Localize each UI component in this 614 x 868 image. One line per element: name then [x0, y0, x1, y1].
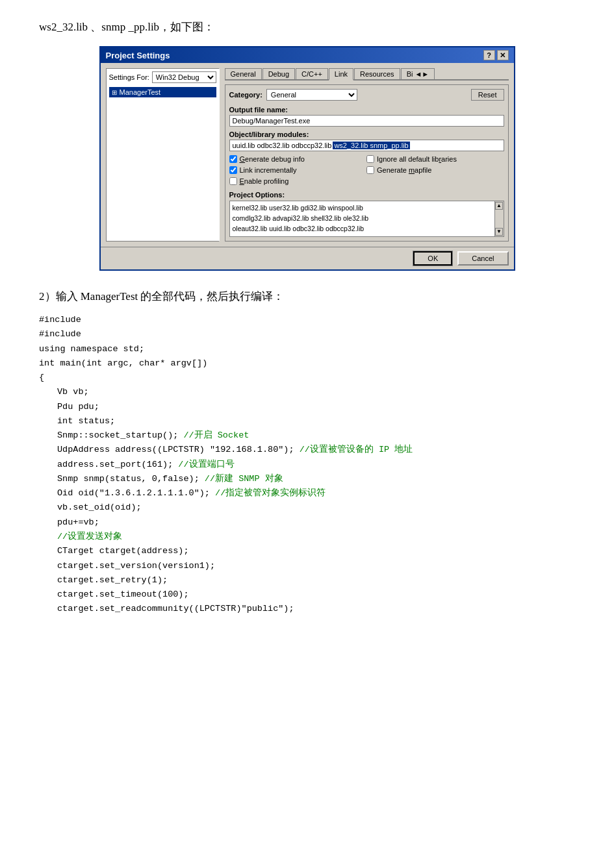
project-options-box[interactable]: kernel32.lib user32.lib gdi32.lib winspo… — [229, 201, 504, 237]
close-button[interactable]: ✕ — [497, 50, 509, 60]
tab-resources[interactable]: Resources — [354, 68, 400, 79]
project-options-line2: comdlg32.lib advapi32.lib shell32.lib ol… — [233, 214, 501, 224]
checkbox-generate-debug-input[interactable] — [229, 155, 237, 163]
options-scrollbar[interactable]: ▲ ▼ — [494, 201, 504, 236]
output-file-value: Debug/ManagerTest.exe — [229, 115, 504, 127]
code-line-2: #include — [39, 329, 81, 339]
object-library-label: Object/library modules: — [229, 130, 504, 138]
expand-icon: ⊞ — [112, 89, 117, 96]
comment-12: //新建 SNMP 对象 — [205, 474, 283, 484]
code-line-13: Oid oid("1.3.6.1.2.1.1.1.0"); //指定被管对象实例… — [39, 486, 575, 501]
settings-for-label: Settings For: — [109, 73, 149, 81]
code-line-4: int main(int argc, char* argv[]) — [39, 358, 207, 368]
checkbox-link-incrementally-input[interactable] — [229, 166, 237, 174]
code-line-10: UdpAddress address((LPCTSTR) "192.168.1.… — [39, 443, 575, 457]
code-line-6: Vb vb; — [39, 385, 575, 399]
settings-for-row: Settings For: Win32 Debug — [109, 71, 216, 83]
dialog-right-panel: General Debug C/C++ Link Resources Bi ◄►… — [225, 68, 509, 242]
checkbox-enable-profiling: Enable profiling — [229, 177, 367, 185]
project-options-line3: oleaut32.lib uuid.lib odbc32.lib odbccp3… — [233, 224, 501, 234]
reset-button[interactable]: Reset — [471, 89, 504, 101]
scroll-up-arrow[interactable]: ▲ — [495, 202, 503, 210]
tab-bi[interactable]: Bi ◄► — [401, 68, 435, 79]
code-line-5: { — [39, 373, 44, 382]
code-line-8: int status; — [39, 414, 575, 428]
modules-highlight: ws2_32.lib snmp_pp.lib — [333, 142, 409, 149]
code-line-17: CTarget ctarget(address); — [39, 544, 575, 558]
checkbox-generate-mapfile-label: Generate mapfile — [377, 166, 431, 174]
code-line-1: #include — [39, 315, 81, 325]
modules-row[interactable]: uuid.lib odbc32.lib odbccp32.lib ws2_32.… — [229, 140, 504, 151]
code-line-18: ctarget.set_version(version1); — [39, 559, 575, 573]
dialog-body: Settings For: Win32 Debug ⊞ ManagerTest … — [101, 63, 514, 247]
code-line-14: vb.set_oid(oid); — [39, 501, 575, 515]
section2-heading: 2）输入 ManagerTest 的全部代码，然后执行编译： — [39, 289, 575, 304]
settings-for-select[interactable]: Win32 Debug — [152, 71, 216, 83]
code-line-16: //设置发送对象 — [39, 530, 575, 544]
category-label: Category: — [229, 91, 262, 99]
modules-normal: uuid.lib odbc32.lib odbccp32.lib — [233, 142, 332, 149]
checkbox-generate-mapfile: Generate mapfile — [366, 166, 504, 174]
checkboxes-grid: Generate debug info Ignore all default l… — [229, 155, 504, 187]
checkbox-ignore-default-label: Ignore all default libraries — [377, 155, 457, 163]
output-file-label: Output file name: — [229, 106, 504, 114]
category-row: Category: General Reset — [229, 89, 504, 101]
dialog-titlebar: Project Settings ? ✕ — [101, 47, 514, 63]
checkbox-ignore-default: Ignore all default libraries — [366, 155, 504, 163]
checkbox-enable-profiling-label: Enable profiling — [240, 177, 289, 185]
comment-9: //开启 Socket — [183, 430, 249, 440]
checkbox-enable-profiling-input[interactable] — [229, 177, 237, 185]
project-settings-dialog: Project Settings ? ✕ Settings For: Win32… — [99, 46, 515, 271]
tab-bar: General Debug C/C++ Link Resources Bi ◄► — [225, 68, 509, 81]
checkbox-generate-mapfile-input[interactable] — [366, 166, 374, 174]
category-select[interactable]: General — [266, 89, 357, 101]
tree-item[interactable]: ⊞ ManagerTest — [109, 87, 216, 97]
checkbox-link-incrementally: Link incrementally — [229, 166, 367, 174]
checkbox-generate-debug: Generate debug info — [229, 155, 367, 163]
ok-button[interactable]: OK — [413, 251, 452, 266]
code-line-3: using namespace std; — [39, 344, 144, 354]
scroll-down-arrow[interactable]: ▼ — [495, 228, 503, 236]
dialog-title: Project Settings — [106, 51, 170, 60]
help-button[interactable]: ? — [483, 50, 495, 60]
tab-link[interactable]: Link — [329, 68, 353, 81]
comment-10: //设置被管设备的 IP 地址 — [300, 445, 413, 454]
tab-debug[interactable]: Debug — [262, 68, 295, 79]
tab-general[interactable]: General — [225, 68, 262, 79]
cancel-button[interactable]: Cancel — [457, 251, 508, 266]
code-line-12: Snmp snmp(status, 0,false); //新建 SNMP 对象 — [39, 472, 575, 486]
intro-text: ws2_32.lib 、snmp _pp.lib，如下图： — [39, 19, 575, 34]
code-line-15: pdu+=vb; — [39, 515, 575, 530]
code-line-21: ctarget.set_readcommunity((LPCTSTR)"publ… — [39, 602, 575, 616]
tree-item-label: ManagerTest — [120, 88, 161, 96]
project-options-label: Project Options: — [229, 191, 504, 199]
code-line-19: ctarget.set_retry(1); — [39, 573, 575, 588]
dialog-container: Project Settings ? ✕ Settings For: Win32… — [39, 46, 575, 271]
comment-11: //设置端口号 — [178, 460, 234, 469]
code-block: #include #include using namespace std; i… — [39, 313, 575, 617]
code-line-9: Snmp::socket_startup(); //开启 Socket — [39, 428, 575, 443]
code-line-20: ctarget.set_timeout(100); — [39, 588, 575, 602]
checkbox-link-incrementally-label: Link incrementally — [240, 166, 297, 174]
project-options-line1: kernel32.lib user32.lib gdi32.lib winspo… — [233, 203, 501, 214]
comment-13: //指定被管对象实例标识符 — [215, 488, 326, 498]
settings-panel: Category: General Reset Output file name… — [225, 84, 509, 242]
code-line-11: address.set_port(161); //设置端口号 — [39, 458, 575, 472]
checkbox-generate-debug-label: Generate debug info — [240, 155, 305, 163]
tab-cpp[interactable]: C/C++ — [296, 68, 328, 79]
dialog-left-panel: Settings For: Win32 Debug ⊞ ManagerTest — [106, 68, 220, 242]
titlebar-buttons: ? ✕ — [483, 50, 509, 60]
checkbox-ignore-default-input[interactable] — [366, 155, 374, 163]
code-line-7: Pdu pdu; — [39, 400, 575, 414]
dialog-footer: OK Cancel — [101, 247, 514, 269]
